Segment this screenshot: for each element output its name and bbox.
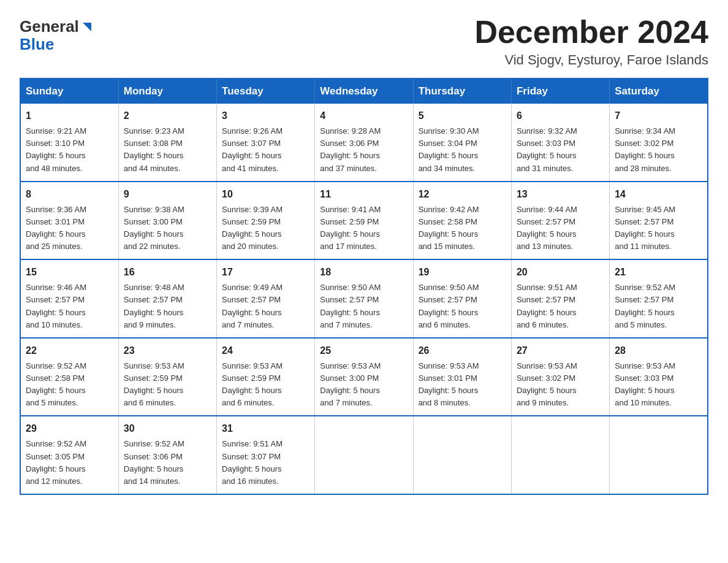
- logo-arrow-icon: [80, 20, 94, 34]
- day-info: Sunrise: 9:23 AM Sunset: 3:08 PM Dayligh…: [124, 125, 211, 175]
- day-number: 24: [222, 343, 309, 358]
- day-info: Sunrise: 9:53 AM Sunset: 3:03 PM Dayligh…: [615, 360, 702, 410]
- day-number: 17: [222, 265, 309, 280]
- calendar-week-row: 15Sunrise: 9:46 AM Sunset: 2:57 PM Dayli…: [20, 259, 708, 338]
- day-number: 21: [615, 265, 702, 280]
- location-title: Vid Sjogv, Eysturoy, Faroe Islands: [474, 52, 708, 68]
- table-row: 15Sunrise: 9:46 AM Sunset: 2:57 PM Dayli…: [20, 259, 118, 338]
- table-row: [315, 416, 413, 494]
- day-number: 12: [419, 187, 506, 202]
- table-row: 13Sunrise: 9:44 AM Sunset: 2:57 PM Dayli…: [511, 182, 609, 260]
- day-info: Sunrise: 9:45 AM Sunset: 2:57 PM Dayligh…: [615, 204, 702, 253]
- calendar-table: Sunday Monday Tuesday Wednesday Thursday…: [20, 78, 708, 495]
- day-info: Sunrise: 9:49 AM Sunset: 2:57 PM Dayligh…: [222, 282, 309, 331]
- table-row: 25Sunrise: 9:53 AM Sunset: 3:00 PM Dayli…: [315, 338, 413, 416]
- day-info: Sunrise: 9:52 AM Sunset: 2:58 PM Dayligh…: [26, 360, 113, 410]
- day-number: 4: [320, 109, 408, 123]
- col-sunday: Sunday: [20, 79, 118, 104]
- day-info: Sunrise: 9:53 AM Sunset: 3:01 PM Dayligh…: [419, 360, 506, 410]
- svg-marker-0: [83, 23, 91, 31]
- day-info: Sunrise: 9:53 AM Sunset: 3:02 PM Dayligh…: [517, 360, 604, 410]
- day-info: Sunrise: 9:53 AM Sunset: 2:59 PM Dayligh…: [124, 360, 211, 410]
- logo-general: General: [20, 17, 79, 36]
- day-number: 1: [26, 109, 113, 123]
- table-row: 24Sunrise: 9:53 AM Sunset: 2:59 PM Dayli…: [217, 338, 315, 416]
- table-row: 29Sunrise: 9:52 AM Sunset: 3:05 PM Dayli…: [20, 416, 118, 494]
- day-number: 11: [320, 187, 408, 202]
- calendar-header-row: Sunday Monday Tuesday Wednesday Thursday…: [20, 79, 708, 104]
- calendar-week-row: 1Sunrise: 9:21 AM Sunset: 3:10 PM Daylig…: [20, 104, 708, 182]
- table-row: 21Sunrise: 9:52 AM Sunset: 2:57 PM Dayli…: [610, 259, 708, 338]
- table-row: 30Sunrise: 9:52 AM Sunset: 3:06 PM Dayli…: [118, 416, 216, 494]
- day-info: Sunrise: 9:51 AM Sunset: 2:57 PM Dayligh…: [517, 282, 604, 331]
- table-row: [610, 416, 708, 494]
- col-monday: Monday: [118, 79, 216, 104]
- logo-blue: Blue: [20, 35, 54, 54]
- table-row: 11Sunrise: 9:41 AM Sunset: 2:59 PM Dayli…: [315, 182, 413, 260]
- day-info: Sunrise: 9:28 AM Sunset: 3:06 PM Dayligh…: [320, 125, 408, 175]
- day-info: Sunrise: 9:50 AM Sunset: 2:57 PM Dayligh…: [419, 282, 506, 331]
- calendar-week-row: 29Sunrise: 9:52 AM Sunset: 3:05 PM Dayli…: [20, 416, 708, 494]
- col-tuesday: Tuesday: [217, 79, 315, 104]
- day-number: 8: [26, 187, 113, 202]
- col-thursday: Thursday: [413, 79, 511, 104]
- day-number: 31: [222, 421, 309, 436]
- day-info: Sunrise: 9:51 AM Sunset: 3:07 PM Dayligh…: [222, 438, 309, 488]
- table-row: 1Sunrise: 9:21 AM Sunset: 3:10 PM Daylig…: [20, 104, 118, 182]
- day-number: 23: [124, 343, 211, 358]
- col-wednesday: Wednesday: [315, 79, 413, 104]
- day-info: Sunrise: 9:30 AM Sunset: 3:04 PM Dayligh…: [419, 125, 506, 175]
- day-number: 6: [517, 109, 604, 123]
- day-number: 29: [26, 421, 113, 436]
- day-info: Sunrise: 9:46 AM Sunset: 2:57 PM Dayligh…: [26, 282, 113, 331]
- calendar-week-row: 22Sunrise: 9:52 AM Sunset: 2:58 PM Dayli…: [20, 338, 708, 416]
- page-header: General Blue December 2024 Vid Sjogv, Ey…: [20, 15, 708, 68]
- table-row: 12Sunrise: 9:42 AM Sunset: 2:58 PM Dayli…: [413, 182, 511, 260]
- day-number: 18: [320, 265, 408, 280]
- day-number: 5: [419, 109, 506, 123]
- table-row: 22Sunrise: 9:52 AM Sunset: 2:58 PM Dayli…: [20, 338, 118, 416]
- col-saturday: Saturday: [610, 79, 708, 104]
- day-number: 27: [517, 343, 604, 358]
- day-info: Sunrise: 9:52 AM Sunset: 3:05 PM Dayligh…: [26, 438, 113, 488]
- day-info: Sunrise: 9:32 AM Sunset: 3:03 PM Dayligh…: [517, 125, 604, 175]
- day-info: Sunrise: 9:52 AM Sunset: 2:57 PM Dayligh…: [615, 282, 702, 331]
- table-row: 9Sunrise: 9:38 AM Sunset: 3:00 PM Daylig…: [118, 182, 216, 260]
- table-row: 7Sunrise: 9:34 AM Sunset: 3:02 PM Daylig…: [610, 104, 708, 182]
- day-number: 3: [222, 109, 309, 123]
- table-row: 28Sunrise: 9:53 AM Sunset: 3:03 PM Dayli…: [610, 338, 708, 416]
- table-row: 3Sunrise: 9:26 AM Sunset: 3:07 PM Daylig…: [217, 104, 315, 182]
- day-info: Sunrise: 9:42 AM Sunset: 2:58 PM Dayligh…: [419, 204, 506, 253]
- calendar-week-row: 8Sunrise: 9:36 AM Sunset: 3:01 PM Daylig…: [20, 182, 708, 260]
- table-row: 10Sunrise: 9:39 AM Sunset: 2:59 PM Dayli…: [217, 182, 315, 260]
- calendar-body: 1Sunrise: 9:21 AM Sunset: 3:10 PM Daylig…: [20, 104, 708, 494]
- table-row: 8Sunrise: 9:36 AM Sunset: 3:01 PM Daylig…: [20, 182, 118, 260]
- day-info: Sunrise: 9:41 AM Sunset: 2:59 PM Dayligh…: [320, 204, 408, 253]
- table-row: 31Sunrise: 9:51 AM Sunset: 3:07 PM Dayli…: [217, 416, 315, 494]
- col-friday: Friday: [511, 79, 609, 104]
- day-number: 22: [26, 343, 113, 358]
- day-info: Sunrise: 9:53 AM Sunset: 3:00 PM Dayligh…: [320, 360, 408, 410]
- day-number: 20: [517, 265, 604, 280]
- day-info: Sunrise: 9:39 AM Sunset: 2:59 PM Dayligh…: [222, 204, 309, 253]
- table-row: 27Sunrise: 9:53 AM Sunset: 3:02 PM Dayli…: [511, 338, 609, 416]
- day-info: Sunrise: 9:36 AM Sunset: 3:01 PM Dayligh…: [26, 204, 113, 253]
- day-number: 13: [517, 187, 604, 202]
- table-row: 5Sunrise: 9:30 AM Sunset: 3:04 PM Daylig…: [413, 104, 511, 182]
- table-row: 6Sunrise: 9:32 AM Sunset: 3:03 PM Daylig…: [511, 104, 609, 182]
- day-number: 15: [26, 265, 113, 280]
- day-info: Sunrise: 9:26 AM Sunset: 3:07 PM Dayligh…: [222, 125, 309, 175]
- day-info: Sunrise: 9:21 AM Sunset: 3:10 PM Dayligh…: [26, 125, 113, 175]
- month-title: December 2024: [474, 15, 708, 50]
- day-number: 30: [124, 421, 211, 436]
- day-info: Sunrise: 9:52 AM Sunset: 3:06 PM Dayligh…: [124, 438, 211, 488]
- day-info: Sunrise: 9:50 AM Sunset: 2:57 PM Dayligh…: [320, 282, 408, 331]
- table-row: 14Sunrise: 9:45 AM Sunset: 2:57 PM Dayli…: [610, 182, 708, 260]
- day-number: 28: [615, 343, 702, 358]
- table-row: 26Sunrise: 9:53 AM Sunset: 3:01 PM Dayli…: [413, 338, 511, 416]
- title-area: December 2024 Vid Sjogv, Eysturoy, Faroe…: [474, 15, 708, 68]
- table-row: [413, 416, 511, 494]
- table-row: 18Sunrise: 9:50 AM Sunset: 2:57 PM Dayli…: [315, 259, 413, 338]
- day-number: 9: [124, 187, 211, 202]
- day-number: 10: [222, 187, 309, 202]
